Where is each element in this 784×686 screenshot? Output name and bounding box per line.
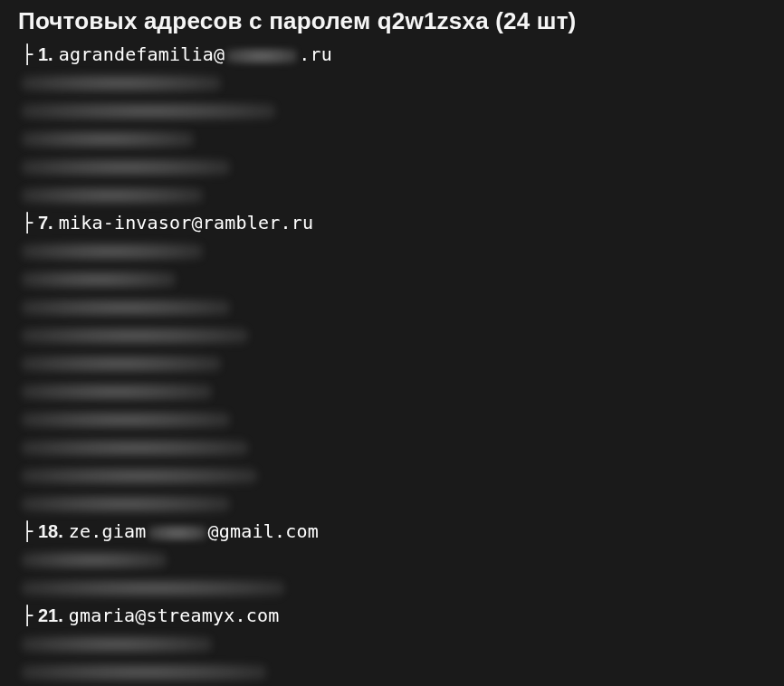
row-number: 1.: [38, 41, 53, 69]
row-number: 21.: [38, 602, 63, 630]
email-list: ├1.agrandefamilia@.ru├7.mika-invasor@ram…: [18, 41, 766, 686]
email-row: ├21.gmaria@streamyx.com: [18, 602, 766, 630]
email-prefix: agrandefamilia@: [59, 43, 225, 65]
results-panel: Почтовых адресов с паролем q2w1zsxa (24 …: [0, 0, 784, 686]
tree-branch-icon: ├: [22, 518, 33, 546]
email-prefix: ze.giam: [69, 520, 147, 542]
redacted-row: [22, 658, 766, 686]
tree-branch-icon: ├: [22, 602, 33, 630]
redacted-segment: [22, 551, 167, 569]
redacted-segment: [22, 355, 221, 373]
redacted-segment: [22, 327, 248, 345]
email-prefix: gmaria@streamyx.com: [69, 605, 280, 626]
redacted-row: [22, 377, 766, 405]
email-prefix: mika-invasor@rambler.ru: [59, 212, 314, 233]
redacted-row: [22, 69, 766, 97]
redacted-row: [22, 490, 766, 518]
redacted-segment: [22, 411, 230, 429]
redacted-segment: [22, 74, 221, 92]
tree-branch-icon: ├: [22, 209, 33, 237]
redacted-row: [22, 434, 766, 462]
redacted-segment: [22, 271, 176, 289]
redacted-row: [22, 462, 766, 490]
email-address: mika-invasor@rambler.ru: [59, 209, 314, 237]
redacted-segment: [226, 48, 297, 64]
redacted-row: [22, 574, 766, 602]
email-address: gmaria@streamyx.com: [69, 602, 280, 630]
redacted-segment: [22, 579, 284, 597]
redacted-row: [22, 181, 766, 209]
email-suffix: .ru: [299, 43, 332, 65]
redacted-segment: [148, 525, 206, 541]
redacted-row: [22, 265, 766, 293]
redacted-segment: [22, 299, 230, 317]
redacted-row: [22, 321, 766, 349]
redacted-row: [22, 546, 766, 574]
redacted-segment: [22, 635, 212, 653]
redacted-row: [22, 405, 766, 434]
redacted-segment: [22, 158, 230, 176]
email-row: ├1.agrandefamilia@.ru: [18, 41, 766, 69]
redacted-row: [22, 630, 766, 658]
redacted-segment: [22, 495, 230, 513]
redacted-row: [22, 293, 766, 321]
redacted-segment: [22, 243, 203, 261]
redacted-segment: [22, 186, 203, 205]
redacted-row: [22, 125, 766, 153]
page-title: Почтовых адресов с паролем q2w1zsxa (24 …: [18, 7, 766, 35]
redacted-segment: [22, 102, 275, 120]
email-row: ├18.ze.giam@gmail.com: [18, 518, 766, 546]
redacted-row: [22, 97, 766, 125]
row-number: 7.: [38, 209, 53, 237]
email-address: agrandefamilia@.ru: [59, 41, 332, 69]
redacted-row: [22, 237, 766, 265]
redacted-segment: [22, 439, 248, 457]
redacted-segment: [22, 663, 266, 681]
email-row: ├7.mika-invasor@rambler.ru: [18, 209, 766, 237]
redacted-segment: [22, 130, 194, 148]
row-number: 18.: [38, 518, 63, 546]
tree-branch-icon: ├: [22, 41, 33, 69]
email-suffix: @gmail.com: [208, 520, 319, 542]
redacted-row: [22, 349, 766, 377]
redacted-row: [22, 153, 766, 181]
redacted-segment: [22, 383, 212, 401]
redacted-segment: [22, 467, 257, 485]
email-address: ze.giam@gmail.com: [69, 518, 319, 546]
